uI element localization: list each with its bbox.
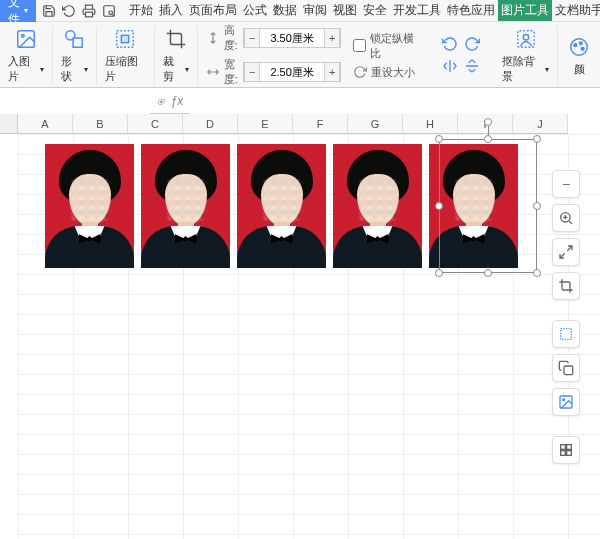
height-label: 高度: [224,23,239,53]
compress-group[interactable]: 压缩图片 [97,26,155,84]
svg-rect-21 [561,329,572,340]
remove-bg-icon [513,26,539,52]
tab-layout[interactable]: 页面布局 [186,0,240,21]
column-headers[interactable]: A B C D E F G H I J [18,114,600,134]
handle-tr[interactable] [533,135,541,143]
flip-h-icon[interactable] [441,57,459,75]
svg-rect-0 [86,12,93,17]
id-photo[interactable] [45,144,134,268]
col-C[interactable]: C [128,114,183,134]
svg-point-2 [109,11,113,15]
col-H[interactable]: H [403,114,458,134]
col-J[interactable]: J [513,114,568,134]
svg-point-4 [22,34,25,37]
lock-reset-group: 锁定纵横比 重设大小 [349,26,428,84]
width-label: 宽度: [224,57,239,87]
preview-icon[interactable] [102,4,116,18]
col-F[interactable]: F [293,114,348,134]
print-icon[interactable] [82,4,96,18]
copy-button[interactable] [552,354,580,382]
reset-size-row[interactable]: 重设大小 [353,65,415,80]
id-photo[interactable] [333,144,422,268]
handle-mr[interactable] [533,202,541,210]
file-menu[interactable]: 文件 ▾ [0,0,36,22]
svg-rect-28 [567,451,572,456]
svg-rect-25 [561,445,566,450]
svg-rect-9 [517,31,534,48]
shapes-group[interactable]: 形状▾ [53,26,96,84]
width-plus[interactable]: + [324,63,340,81]
height-plus[interactable]: + [324,29,340,47]
svg-rect-26 [567,445,572,450]
reset-size-label: 重设大小 [371,65,415,80]
insert-picture-group[interactable]: 入图片▾ [0,26,53,84]
width-stepper[interactable]: − + [243,62,341,82]
size-group: 高度: − + 宽度: − + [198,26,349,84]
name-box[interactable] [0,88,150,114]
svg-point-14 [581,47,584,50]
remove-bg-group[interactable]: 抠除背景▾ [494,26,558,84]
height-minus[interactable]: − [244,29,260,47]
rotate-right-icon[interactable] [463,35,481,53]
handle-ml[interactable] [435,202,443,210]
more-button[interactable] [552,436,580,464]
svg-point-24 [563,399,565,401]
handle-tl[interactable] [435,135,443,143]
color-group[interactable]: 颜 [558,26,600,84]
col-D[interactable]: D [183,114,238,134]
fit-button[interactable] [552,238,580,266]
lock-ratio-row[interactable]: 锁定纵横比 [353,31,420,61]
width-input[interactable] [260,63,324,81]
col-E[interactable]: E [238,114,293,134]
tab-view[interactable]: 视图 [330,0,360,21]
svg-rect-6 [74,38,83,47]
svg-line-20 [560,253,565,258]
undo-icon[interactable] [62,4,76,18]
tab-special[interactable]: 特色应用 [444,0,498,21]
rotate-handle[interactable] [484,118,492,126]
tab-review[interactable]: 审阅 [300,0,330,21]
svg-rect-8 [121,35,128,42]
handle-bm[interactable] [484,269,492,277]
select-all-corner[interactable] [0,114,18,134]
col-A[interactable]: A [18,114,73,134]
shapes-icon [61,26,87,52]
worksheet[interactable]: A B C D E F G H I J [0,114,600,134]
formula-input[interactable] [190,88,600,114]
selection-box[interactable] [439,139,537,273]
reset-icon [353,65,367,79]
remove-bg-label: 抠除背景▾ [502,54,549,84]
title-bar: 文件 ▾ 开始 插入 页面布局 公式 数据 审阅 视图 安全 开发工具 特色应用… [0,0,600,22]
tab-security[interactable]: 安全 [360,0,390,21]
tab-home[interactable]: 开始 [126,0,156,21]
tab-doc-assist[interactable]: 文档助手 [552,0,600,21]
compress-icon [112,26,138,52]
tab-insert[interactable]: 插入 [156,0,186,21]
height-input[interactable] [260,29,324,47]
save-icon[interactable] [42,4,56,18]
tab-picture-tools[interactable]: 图片工具 [498,0,552,21]
replace-button[interactable] [552,388,580,416]
tab-formula[interactable]: 公式 [240,0,270,21]
image-icon [13,26,39,52]
handle-bl[interactable] [435,269,443,277]
handle-br[interactable] [533,269,541,277]
layer-button[interactable] [552,320,580,348]
id-photo[interactable] [237,144,326,268]
flip-v-icon[interactable] [463,57,481,75]
col-G[interactable]: G [348,114,403,134]
rotate-left-icon[interactable] [441,35,459,53]
height-stepper[interactable]: − + [243,28,341,48]
tab-data[interactable]: 数据 [270,0,300,21]
tab-dev[interactable]: 开发工具 [390,0,444,21]
fx-icon[interactable]: ⍟ ƒx [150,94,190,108]
width-minus[interactable]: − [244,63,260,81]
col-B[interactable]: B [73,114,128,134]
crop-button[interactable] [552,272,580,300]
collapse-button[interactable]: − [552,170,580,198]
lock-ratio-checkbox[interactable] [353,39,366,52]
handle-tm[interactable] [484,135,492,143]
crop-group[interactable]: 裁剪▾ [155,26,198,84]
id-photo[interactable] [141,144,230,268]
zoom-button[interactable] [552,204,580,232]
